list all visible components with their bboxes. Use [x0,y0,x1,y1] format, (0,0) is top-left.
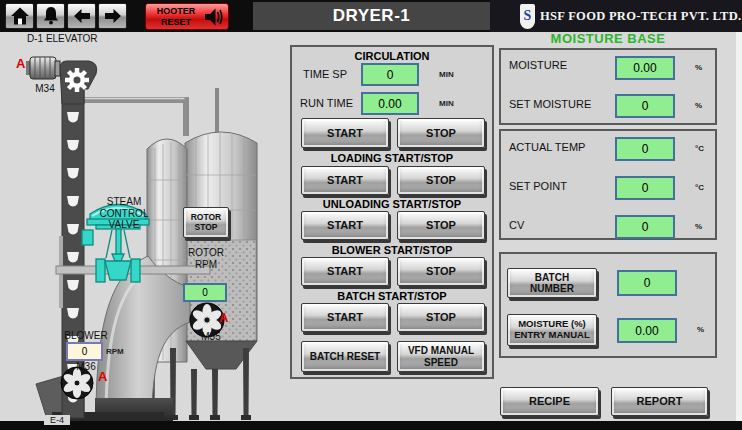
elevator-label: D-1 ELEVATOR [27,33,107,45]
actual-temp-value: 0 [615,137,675,161]
blower-stop-button[interactable]: STOP [397,257,485,286]
company-name: HSF FOOD PRO-TECH PVT. LTD. [540,9,741,24]
rotor-rpm-value: 0 [183,283,227,302]
steam-valve-label: STEAM CONTROL VALVE [88,196,160,231]
moisture-box: MOISTURE 0.00 % SET MOISTURE 0 % [499,48,717,125]
batch-number-value[interactable]: 0 [617,270,677,296]
unloading-section-header: UNLOADING START/STOP [292,198,492,210]
bell-icon [41,6,61,26]
moisture-value: 0.00 [615,56,675,80]
set-moisture-unit: % [695,101,702,110]
time-sp-unit: MIN [439,70,454,79]
gear-icon [65,68,89,92]
speaker-icon [203,6,225,28]
moisture-entry-unit: % [697,325,704,334]
circulation-title: CIRCULATION [292,50,492,62]
alarm-bell-button[interactable] [36,3,65,29]
hooter-reset-label: HOOTER RESET [151,6,201,28]
set-moisture-label: SET MOISTURE [509,98,591,110]
moisture-entry-manual-button[interactable]: MOISTURE (%)ENTRY MANUAL [507,314,597,346]
set-point-label: SET POINT [509,180,567,192]
blower-start-button[interactable]: START [301,257,389,286]
rotor-rpm-label: ROTORRPM [183,247,229,270]
set-moisture-value[interactable]: 0 [615,94,675,118]
motor-m34-icon [26,57,60,79]
circulation-stop-button[interactable]: STOP [397,118,485,148]
batch-stop-button[interactable]: STOP [397,303,485,332]
moisture-label: MOISTURE [509,59,567,71]
moisture-base-title: MOISTURE BASE [499,31,717,46]
cv-value: 0 [615,215,675,239]
company-logo: S HSF FOOD PRO-TECH PVT. LTD. [490,0,742,32]
rotor-stop-button[interactable]: ROTORSTOP [183,207,229,238]
loading-start-button[interactable]: START [301,166,389,195]
temperature-box: ACTUAL TEMP 0 °C SET POINT 0 °C CV 0 % [499,129,717,240]
bottom-bar [0,421,742,430]
home-button[interactable] [5,3,34,29]
blower-rpm-unit: RPM [106,347,124,356]
batch-box: BATCH NUMBER 0 MOISTURE (%)ENTRY MANUAL … [499,252,717,358]
recipe-button[interactable]: RECIPE [500,387,599,416]
motor-m36-label: M36 [71,361,101,373]
time-sp-label: TIME SP [303,68,347,80]
time-sp-value[interactable]: 0 [361,63,419,86]
right-edge-strip [736,32,742,421]
actual-temp-label: ACTUAL TEMP [509,141,585,153]
run-time-label: RUN TIME [300,97,353,109]
logo-shield-icon: S [520,4,535,29]
arrow-left-icon [72,6,92,26]
set-point-value[interactable]: 0 [615,176,675,200]
feed-pipe [84,99,186,137]
run-time-value: 0.00 [361,92,419,115]
unloading-stop-button[interactable]: STOP [397,211,485,240]
page-title: DRYER-1 [253,2,490,30]
circulation-start-button[interactable]: START [301,118,389,148]
arrow-right-icon [103,6,123,26]
toolbar: HOOTER RESET DRYER-1 S HSF FOOD PRO-TECH… [0,0,742,32]
dryer-hmi-screen: HOOTER RESET DRYER-1 S HSF FOOD PRO-TECH… [0,0,742,430]
moisture-entry-value[interactable]: 0.00 [617,318,677,343]
hooter-reset-button[interactable]: HOOTER RESET [145,3,229,30]
batch-number-button[interactable]: BATCH NUMBER [507,268,597,298]
moisture-unit: % [695,63,702,72]
report-button[interactable]: REPORT [611,387,708,416]
batch-start-button[interactable]: START [301,303,389,332]
alarm-a-m36: A [98,369,107,384]
motor-m34-label: M34 [30,83,60,95]
set-point-unit: °C [695,183,704,192]
batch-reset-button[interactable]: BATCH RESET [301,341,389,372]
circulation-panel: CIRCULATION TIME SP 0 MIN RUN TIME 0.00 … [290,45,494,379]
unloading-start-button[interactable]: START [301,211,389,240]
blower-rpm-value: 0 [66,342,103,361]
batch-section-header: BATCH START/STOP [292,290,492,302]
blower-section-header: BLOWER START/STOP [292,244,492,256]
blower-label: BLOWER [63,330,109,342]
cv-unit: % [695,222,702,231]
loading-stop-button[interactable]: STOP [397,166,485,195]
logo-letter: S [524,8,532,24]
vfd-manual-speed-button[interactable]: VFD MANUALSPEED [397,341,485,372]
run-time-unit: MIN [439,99,454,108]
alarm-a-m35: A [219,310,228,325]
next-page-button[interactable] [98,3,127,29]
elevator-bottom-label: E-4 [44,415,70,425]
home-icon [10,6,30,26]
loading-section-header: LOADING START/STOP [292,152,492,164]
cv-label: CV [509,219,524,231]
alarm-a-m34: A [16,56,25,71]
motor-m35-label: M35 [196,331,226,343]
actual-temp-unit: °C [695,144,704,153]
prev-page-button[interactable] [67,3,96,29]
